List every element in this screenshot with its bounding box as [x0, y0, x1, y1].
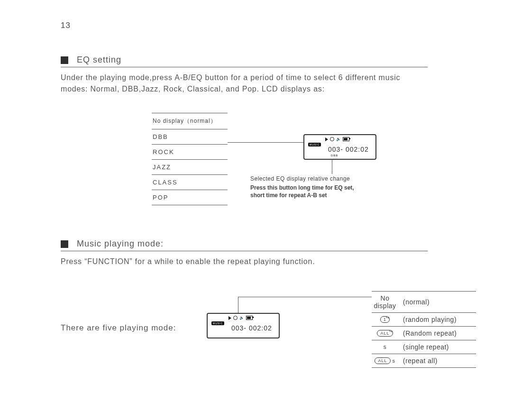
repeat-icon	[233, 316, 238, 320]
lcd-readout: 003- 002:02	[231, 324, 272, 332]
section-rule	[61, 251, 428, 251]
manual-page: 13 EQ setting Under the playing mode,pre…	[0, 0, 512, 420]
music-badge: MUSIC	[211, 321, 224, 325]
page-number: 13	[61, 21, 71, 30]
eq-row-class: CLASS	[152, 174, 228, 190]
connector-line	[228, 142, 303, 143]
eq-row-pop: POP	[152, 190, 228, 205]
lcd-status-icons: 🔈	[229, 316, 253, 320]
music-paragraph: Press “FUNCTION” for a while to enable t…	[61, 256, 428, 267]
eq-paragraph: Under the playing mode,press A-B/EQ butt…	[61, 72, 428, 95]
section-music: Music playing mode: Press “FUNCTION” for…	[61, 239, 428, 267]
mode-row-random-repeat: ALL↪ Random repeat	[372, 326, 476, 340]
speaker-icon: 🔈	[239, 316, 244, 320]
mode-desc-single-repeat: single repeat	[403, 343, 449, 351]
mode-row-single-repeat: s single repeat	[372, 340, 476, 354]
eq-mode-table: No display（normal） DBB ROCK JAZZ CLASS P…	[152, 113, 228, 205]
lcd-readout: 003- 002:02	[328, 146, 369, 153]
mode-row-nodisplay: No display normal	[372, 291, 476, 312]
eq-row-dbb: DBB	[152, 129, 228, 144]
play-modes-table: No display normal 1↪ random playing ALL↪…	[372, 291, 476, 368]
eq-callout-bold2: short time for repeat A-B set	[250, 192, 402, 199]
mode-icon-nodisplay: No display	[372, 294, 398, 310]
mode-desc-normal: normal	[403, 298, 430, 306]
mode-desc-random-playing: random playing	[403, 316, 457, 323]
eq-callout: Selected EQ display relative change Pres…	[250, 175, 402, 199]
connector-line	[238, 297, 372, 297]
play-icon	[229, 316, 231, 320]
section-title-music: Music playing mode:	[77, 239, 164, 249]
eq-row-jazz: JAZZ	[152, 159, 228, 174]
eq-callout-line: Selected EQ display relative change	[250, 175, 402, 182]
lcd-display-eq: 🔈 MUSIC 003- 002:02 DBB	[303, 134, 376, 160]
eq-row-rock: ROCK	[152, 144, 228, 159]
speaker-icon: 🔈	[336, 137, 341, 141]
eq-row-normal: No display（normal）	[152, 113, 228, 129]
bullet-square-icon	[61, 56, 68, 64]
lcd-display-music: 🔈 MUSIC 003- 002:02	[207, 313, 280, 338]
bullet-square-icon	[61, 240, 68, 248]
battery-icon	[343, 137, 349, 141]
connector-line	[238, 297, 238, 313]
mode-icon-s: s	[372, 344, 398, 350]
lcd-dbb-tag: DBB	[331, 154, 338, 157]
mode-icon-all-s: ALLs	[372, 357, 398, 364]
section-rule	[61, 67, 428, 67]
section-title-eq: EQ setting	[77, 55, 121, 65]
mode-icon-all-oval: ALL↪	[372, 330, 398, 337]
connector-line	[332, 159, 332, 174]
mode-row-repeat-all: ALLs repeat all	[372, 354, 476, 368]
eq-callout-bold1: Press this button long time for EQ set,	[250, 184, 402, 192]
five-modes-text: There are five playing mode:	[61, 323, 176, 333]
mode-row-random-playing: 1↪ random playing	[372, 312, 476, 326]
mode-desc-repeat-all: repeat all	[403, 357, 438, 365]
battery-icon	[246, 316, 253, 320]
music-badge: MUSIC	[308, 143, 321, 146]
play-icon	[325, 137, 328, 141]
lcd-status-icons: 🔈	[325, 137, 349, 141]
section-eq: EQ setting Under the playing mode,press …	[61, 55, 428, 95]
mode-icon-1-oval: 1↪	[372, 316, 398, 323]
repeat-icon	[330, 137, 334, 141]
mode-desc-random-repeat: Random repeat	[403, 329, 457, 337]
